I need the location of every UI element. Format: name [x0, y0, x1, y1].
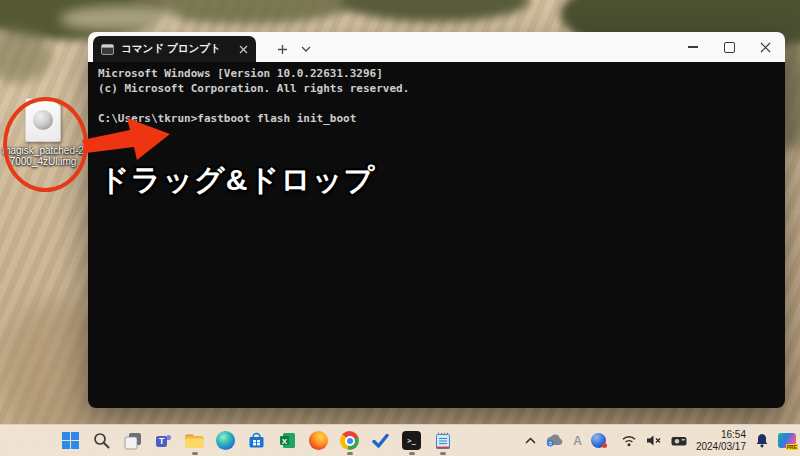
- firefox-button[interactable]: [303, 425, 334, 456]
- notepad-button[interactable]: [427, 425, 458, 456]
- chevron-down-icon: [301, 46, 311, 52]
- copilot-preview-button[interactable]: PRE: [778, 433, 796, 448]
- annotation-arrow-icon: [80, 114, 172, 164]
- onedrive-tray-button[interactable]: [545, 434, 564, 447]
- close-icon: [760, 42, 771, 53]
- excel-icon: X: [279, 432, 296, 449]
- terminal-line: Microsoft Windows [Version 10.0.22631.32…: [98, 66, 775, 81]
- chevron-up-icon: [525, 437, 536, 444]
- letter-a-tray-icon[interactable]: A: [573, 434, 582, 448]
- taskbar-pinned-apps: T X >_: [55, 425, 458, 456]
- svg-text:T: T: [158, 436, 164, 446]
- terminal-titlebar[interactable]: コマンド プロンプト: [88, 32, 785, 62]
- start-button[interactable]: [55, 425, 86, 456]
- copilot-icon: PRE: [778, 433, 796, 448]
- minimize-icon: [688, 46, 698, 48]
- windows-logo-icon: [62, 432, 79, 449]
- running-indicator: [192, 452, 198, 455]
- sand-highlight: [60, 6, 180, 32]
- command-prompt-window: コマンド プロンプト Microsoft Windows [Version 10…: [88, 32, 785, 408]
- teams-icon: T: [155, 432, 173, 450]
- command-prompt-button[interactable]: >_: [396, 425, 427, 456]
- wifi-tray-button[interactable]: [621, 434, 637, 447]
- tab-command-prompt[interactable]: コマンド プロンプト: [93, 36, 256, 62]
- maximize-icon: [724, 42, 735, 53]
- todo-check-button[interactable]: [365, 425, 396, 456]
- tab-close-icon[interactable]: [239, 45, 248, 54]
- tray-date: 2024/03/17: [696, 441, 746, 453]
- terminal-line: (c) Microsoft Corporation. All rights re…: [98, 81, 775, 96]
- task-view-button[interactable]: [117, 425, 148, 456]
- plus-icon: [277, 44, 288, 55]
- excel-button[interactable]: X: [272, 425, 303, 456]
- command-prompt-icon: >_: [402, 431, 421, 450]
- new-tab-button[interactable]: [270, 38, 294, 60]
- edge-button[interactable]: [210, 425, 241, 456]
- chrome-icon: [340, 431, 359, 450]
- volume-tray-button[interactable]: [646, 434, 662, 447]
- blue-sphere-icon: [591, 433, 606, 448]
- tray-clock[interactable]: 16:54 2024/03/17: [696, 429, 746, 452]
- task-view-icon: [124, 432, 142, 450]
- taskbar: T X >_: [0, 424, 800, 456]
- svg-text:X: X: [282, 437, 288, 446]
- volume-muted-icon: [646, 434, 662, 447]
- bell-icon: [755, 433, 769, 448]
- microsoft-store-button[interactable]: [241, 425, 272, 456]
- onedrive-cloud-icon: [545, 434, 564, 447]
- tray-time: 16:54: [696, 429, 746, 441]
- running-indicator: [409, 452, 415, 455]
- window-controls: [675, 32, 783, 62]
- notepad-icon: [435, 432, 451, 450]
- wifi-icon: [621, 434, 637, 447]
- tab-dropdown-button[interactable]: [294, 38, 318, 60]
- close-button[interactable]: [747, 32, 783, 62]
- file-explorer-icon: [185, 433, 204, 449]
- device-tray-button[interactable]: [671, 435, 687, 446]
- taskbar-tray: A 16:54 2024/03/17 PRE: [525, 425, 796, 456]
- running-indicator: [440, 452, 446, 455]
- terminal-line: C:\Users\tkrun>fastboot flash init_boot: [98, 111, 775, 126]
- minimize-button[interactable]: [675, 32, 711, 62]
- maximize-button[interactable]: [711, 32, 747, 62]
- terminal-line: [98, 96, 775, 111]
- notification-bell-button[interactable]: [755, 433, 769, 448]
- chrome-button[interactable]: [334, 425, 365, 456]
- desktop-screen: magisk_patched-2 7000_4zUl.img コマンド プロンプ…: [0, 0, 800, 456]
- tray-chevron-up-button[interactable]: [525, 437, 536, 444]
- tab-title: コマンド プロンプト: [121, 42, 232, 56]
- terminal-output[interactable]: Microsoft Windows [Version 10.0.22631.32…: [88, 62, 785, 408]
- dune-grass: [340, 0, 530, 22]
- search-button[interactable]: [86, 425, 117, 456]
- annotation-drag-drop-label: ドラッグ&ドロップ: [99, 160, 375, 201]
- annotation-circle: [3, 97, 88, 192]
- messenger-sphere-tray-button[interactable]: [591, 433, 606, 448]
- cmd-window-icon: [101, 44, 114, 55]
- firefox-icon: [309, 431, 328, 450]
- edge-icon: [216, 431, 235, 450]
- search-icon: [93, 432, 110, 449]
- microsoft-store-icon: [248, 432, 265, 449]
- teams-button[interactable]: T: [148, 425, 179, 456]
- camera-icon: [671, 435, 687, 446]
- file-explorer-button[interactable]: [179, 425, 210, 456]
- preview-badge: PRE: [786, 444, 798, 450]
- blue-check-icon: [372, 433, 389, 449]
- running-indicator: [347, 452, 353, 455]
